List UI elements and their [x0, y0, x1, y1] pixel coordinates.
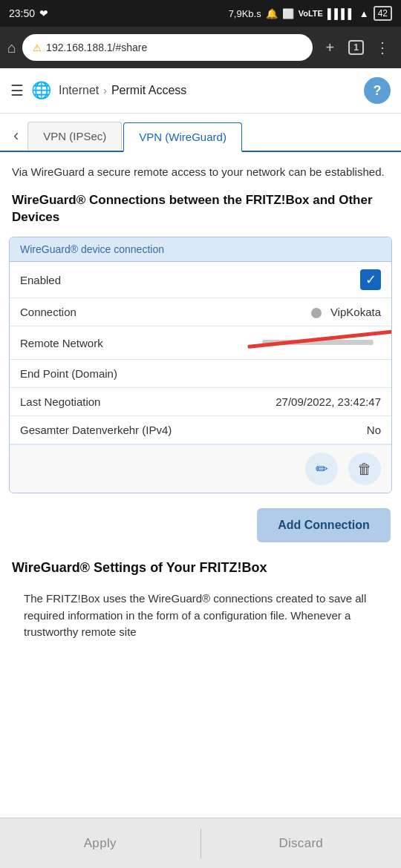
card-row-endpoint: End Point (Domain) — [10, 360, 391, 388]
browser-menu-button[interactable]: ⋮ — [371, 39, 394, 56]
remote-network-value — [262, 334, 381, 352]
tab-vpn-ipsec[interactable]: VPN (IPSec) — [27, 122, 122, 150]
breadcrumb-current-page: Permit Access — [111, 84, 186, 97]
add-connection-button[interactable]: Add Connection — [257, 508, 391, 542]
bottom-bar: Apply Discard — [0, 818, 401, 868]
settings-section-title: WireGuard® Settings of Your FRITZ!Box — [12, 560, 389, 576]
edit-connection-button[interactable]: ✏ — [305, 453, 338, 485]
connection-value: VipKokata — [311, 306, 381, 318]
delete-icon: 🗑 — [357, 461, 372, 478]
status-battery: 42 — [374, 6, 392, 21]
last-negotiation-label: Last Negotiation — [20, 395, 276, 408]
status-sim-icon: ⬜ — [282, 8, 294, 19]
status-signal-icon: ▌▌▌▌ — [327, 8, 355, 19]
connection-status-dot — [311, 308, 322, 318]
delete-connection-button[interactable]: 🗑 — [348, 453, 381, 485]
tab-vpn-wireguard[interactable]: VPN (WireGuard) — [123, 122, 242, 152]
browser-tab-count: 1 — [348, 40, 364, 55]
hamburger-icon: ☰ — [10, 82, 24, 99]
help-button[interactable]: ? — [364, 77, 391, 104]
description-text: Via WireGuard a secure remote access to … — [0, 152, 401, 185]
status-speed: 7,9Kb.s — [229, 8, 261, 19]
page-content: ☰ 🌐 Internet › Permit Access ? ‹ VPN (IP… — [0, 68, 401, 700]
edit-icon: ✏ — [316, 460, 328, 478]
browser-chrome: ⌂ ⚠ 192.168.188.1/#share + 1 ⋮ — [0, 27, 401, 68]
tab-back-button[interactable]: ‹ — [7, 123, 25, 148]
breadcrumb-separator: › — [103, 85, 107, 96]
status-time: 23:50 — [9, 7, 35, 19]
card-row-enabled: Enabled ✓ — [10, 262, 391, 298]
connection-card: WireGuard® device connection Enabled ✓ C… — [9, 237, 392, 493]
url-warning-icon: ⚠ — [33, 42, 42, 53]
card-row-gesamter: Gesamter Datenverkehr (IPv4) No — [10, 416, 391, 444]
card-row-connection: Connection VipKokata — [10, 298, 391, 326]
connection-label: Connection — [20, 306, 311, 318]
breadcrumb: Internet › Permit Access — [59, 84, 186, 97]
globe-icon: 🌐 — [31, 81, 51, 100]
discard-button[interactable]: Discard — [201, 818, 402, 868]
tabs-container: ‹ VPN (IPSec) VPN (WireGuard) — [0, 114, 401, 152]
apply-button[interactable]: Apply — [0, 818, 200, 868]
status-volte-icon: VoLTE — [299, 9, 323, 18]
browser-url-bar[interactable]: ⚠ 192.168.188.1/#share — [22, 34, 313, 61]
enabled-checkbox[interactable]: ✓ — [360, 269, 381, 290]
hamburger-menu-button[interactable]: ☰ — [10, 82, 24, 99]
remote-network-label: Remote Network — [20, 337, 262, 349]
enabled-label: Enabled — [20, 274, 360, 286]
card-row-remote-network: Remote Network — [10, 326, 391, 360]
browser-home-button[interactable]: ⌂ — [7, 39, 16, 56]
nav-header: ☰ 🌐 Internet › Permit Access ? — [0, 68, 401, 114]
browser-add-tab-button[interactable]: + — [319, 39, 341, 56]
section-title: WireGuard® Connections between the FRITZ… — [0, 185, 401, 237]
help-icon: ? — [374, 83, 382, 99]
settings-description: The FRITZ!Box uses the WireGuard® connec… — [12, 583, 389, 700]
settings-section: WireGuard® Settings of Your FRITZ!Box Th… — [0, 550, 401, 700]
gesamter-value: No — [367, 424, 381, 436]
card-row-last-negotiation: Last Negotiation 27/09/2022, 23:42:47 — [10, 388, 391, 416]
status-heart-icon: ❤ — [39, 7, 48, 19]
card-actions: ✏ 🗑 — [10, 444, 391, 493]
breadcrumb-internet: Internet — [59, 84, 99, 97]
last-negotiation-value: 27/09/2022, 23:42:47 — [276, 395, 381, 408]
browser-url-text: 192.168.188.1/#share — [46, 42, 302, 53]
status-bar: 23:50 ❤ 7,9Kb.s 🔔 ⬜ VoLTE ▌▌▌▌ ▲ 42 — [0, 0, 401, 27]
endpoint-label: End Point (Domain) — [20, 367, 381, 380]
card-header: WireGuard® device connection — [10, 237, 391, 262]
add-connection-wrapper: Add Connection — [0, 493, 401, 550]
gesamter-label: Gesamter Datenverkehr (IPv4) — [20, 424, 367, 436]
status-wifi-icon: ▲ — [359, 8, 369, 19]
status-bell-icon: 🔔 — [266, 8, 278, 19]
